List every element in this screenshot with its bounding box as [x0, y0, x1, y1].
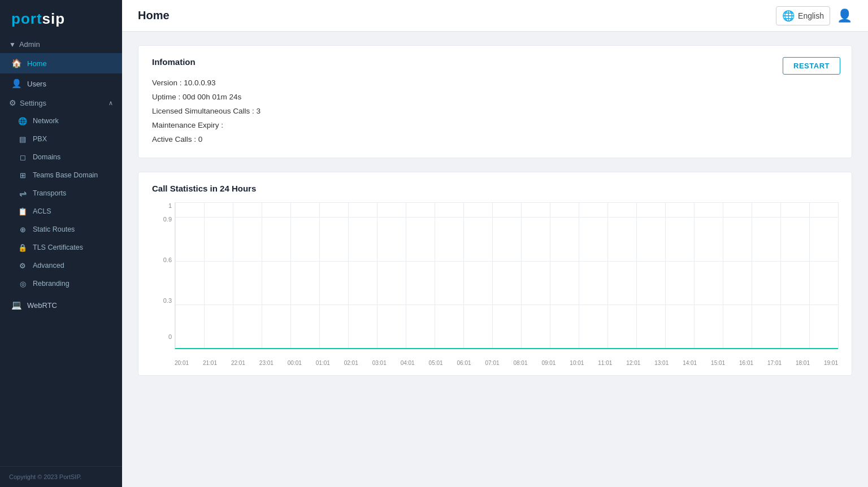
x-label-9: 05:01 — [429, 360, 443, 366]
vgrid-22 — [809, 202, 810, 349]
restart-button[interactable]: RESTART — [783, 57, 840, 75]
user-avatar-icon[interactable]: 👤 — [837, 8, 852, 23]
grid-line-03 — [175, 305, 838, 305]
language-selector[interactable]: 🌐 English — [776, 6, 830, 25]
sidebar-item-rebranding-label: Rebranding — [33, 280, 70, 288]
sidebar-item-home[interactable]: 🏠 Home — [0, 53, 122, 73]
vgrid-2 — [233, 202, 233, 349]
vgrid-14 — [579, 202, 579, 349]
vgrid-0 — [175, 202, 176, 349]
sidebar-item-network-label: Network — [33, 117, 59, 125]
settings-gear-icon: ⚙ — [9, 98, 16, 107]
grid-line-top — [175, 202, 838, 203]
x-label-21: 17:01 — [767, 360, 782, 366]
sidebar-item-acls-label: ACLS — [33, 207, 51, 215]
vgrid-3 — [262, 202, 262, 349]
grid-line-06 — [175, 261, 838, 262]
x-label-20: 16:01 — [739, 360, 753, 366]
sidebar-item-static-routes[interactable]: ⊕ Static Routes — [0, 220, 122, 238]
x-label-2: 22:01 — [231, 360, 245, 366]
sidebar-item-advanced[interactable]: ⚙ Advanced — [0, 256, 122, 275]
y-label-06: 0.6 — [152, 256, 172, 263]
sidebar-footer: Copyright © 2023 PortSIP. — [0, 466, 122, 487]
transports-icon: ⇌ — [18, 189, 27, 198]
sidebar-item-acls[interactable]: 📋 ACLS — [0, 202, 122, 220]
x-label-15: 11:01 — [598, 360, 612, 366]
sidebar-item-home-label: Home — [27, 59, 47, 68]
home-icon: 🏠 — [11, 58, 21, 68]
sidebar-item-users-label: Users — [27, 80, 46, 88]
settings-chevron-icon: ∧ — [108, 99, 113, 107]
sidebar-item-advanced-label: Advanced — [33, 262, 64, 269]
logo: portsip — [0, 0, 122, 36]
x-label-6: 02:01 — [344, 360, 358, 366]
settings-label: Settings — [20, 99, 46, 107]
settings-section[interactable]: ⚙ Settings ∧ — [0, 94, 122, 112]
domains-icon: ◻ — [18, 153, 27, 162]
x-label-14: 10:01 — [570, 360, 584, 366]
x-label-16: 12:01 — [626, 360, 640, 366]
tls-icon: 🔒 — [18, 243, 27, 252]
sidebar-item-pbx[interactable]: ▤ PBX — [0, 130, 122, 148]
x-label-19: 15:01 — [711, 360, 725, 366]
pbx-icon: ▤ — [18, 134, 27, 144]
chart-container: 1 0.9 0.6 0.3 0 — [152, 202, 838, 366]
x-label-18: 14:01 — [683, 360, 697, 366]
topbar-right: 🌐 English 👤 — [776, 6, 852, 25]
vgrid-4 — [290, 202, 291, 349]
webrtc-icon: 💻 — [11, 300, 21, 310]
vgrid-12 — [521, 202, 522, 349]
x-label-10: 06:01 — [457, 360, 471, 366]
network-icon: 🌐 — [18, 116, 27, 125]
x-label-5: 01:01 — [316, 360, 330, 366]
sidebar-item-teams-base-domain[interactable]: ⊞ Teams Base Domain — [0, 166, 122, 184]
x-label-22: 18:01 — [796, 360, 810, 366]
chart-card: Call Statistics in 24 Hours 1 0.9 0.6 0.… — [138, 172, 852, 376]
x-label-4: 00:01 — [288, 360, 302, 366]
main-content: Home 🌐 English 👤 Infomation Version : 10… — [122, 0, 868, 487]
y-label-0: 0 — [152, 333, 172, 340]
vgrid-8 — [406, 202, 406, 349]
vgrid-7 — [377, 202, 377, 349]
version-row: Version : 10.0.0.93 — [152, 76, 838, 90]
page-content: Infomation Version : 10.0.0.93 Uptime : … — [122, 32, 868, 487]
chart-baseline — [175, 348, 838, 349]
sidebar-item-teams-label: Teams Base Domain — [33, 171, 98, 179]
x-label-11: 07:01 — [485, 360, 499, 366]
admin-label: Admin — [19, 40, 40, 49]
sidebar: portsip ▼ Admin 🏠 Home 👤 Users ⚙ Setting… — [0, 0, 122, 487]
vgrid-23 — [838, 202, 839, 349]
sidebar-item-tls-certificates[interactable]: 🔒 TLS Certificates — [0, 238, 122, 256]
x-label-23: 19:01 — [824, 360, 838, 366]
vgrid-11 — [492, 202, 493, 349]
sidebar-item-rebranding[interactable]: ◎ Rebranding — [0, 275, 122, 293]
chart-title: Call Statistics in 24 Hours — [152, 184, 838, 193]
uptime-row: Uptime : 00d 00h 01m 24s — [152, 90, 838, 104]
static-routes-icon: ⊕ — [18, 225, 27, 234]
sidebar-item-users[interactable]: 👤 Users — [0, 73, 122, 94]
vgrid-17 — [665, 202, 666, 349]
admin-section[interactable]: ▼ Admin — [0, 36, 122, 53]
sidebar-item-tls-label: TLS Certificates — [33, 244, 83, 251]
sidebar-item-network[interactable]: 🌐 Network — [0, 112, 122, 130]
sidebar-item-pbx-label: PBX — [33, 135, 47, 143]
topbar: Home 🌐 English 👤 — [122, 0, 868, 32]
x-axis-labels: 20:01 21:01 22:01 23:01 00:01 01:01 02:0… — [175, 360, 838, 366]
sidebar-item-transports-label: Transports — [33, 189, 66, 197]
active-calls-row: Active Calls : 0 — [152, 132, 838, 146]
y-label-1: 1 — [152, 202, 172, 209]
chart-area — [175, 202, 838, 349]
teams-icon: ⊞ — [18, 171, 27, 180]
vgrid-21 — [780, 202, 781, 349]
x-label-7: 03:01 — [372, 360, 387, 366]
x-label-17: 13:01 — [654, 360, 669, 366]
x-label-1: 21:01 — [203, 360, 217, 366]
rebranding-icon: ◎ — [18, 279, 27, 288]
sidebar-item-transports[interactable]: ⇌ Transports — [0, 184, 122, 202]
sidebar-item-domains[interactable]: ◻ Domains — [0, 148, 122, 166]
sidebar-item-webrtc[interactable]: 💻 WebRTC — [0, 295, 122, 315]
vgrid-19 — [723, 202, 723, 349]
logo-text: portsip — [11, 10, 65, 28]
vgrid-9 — [435, 202, 435, 349]
vgrid-10 — [463, 202, 464, 349]
